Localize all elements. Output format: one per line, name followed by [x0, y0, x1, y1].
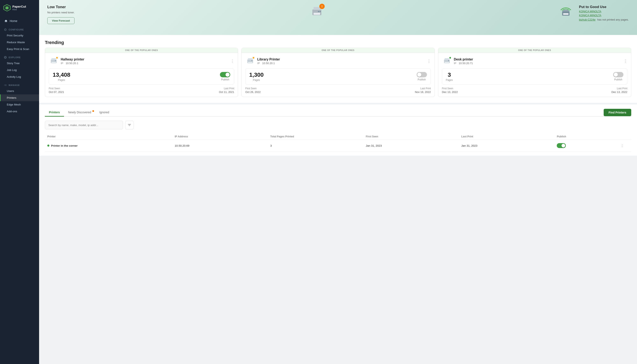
sidebar: PaperCut Hive Home CONFIGURE Print Secur…: [0, 0, 39, 364]
card-menu-library[interactable]: ⋮: [427, 59, 431, 63]
sidebar-item-add-ons[interactable]: Add-ons: [0, 108, 39, 115]
col-actions: [620, 135, 629, 138]
configure-section-icon: [4, 28, 7, 31]
svg-rect-13: [52, 62, 56, 64]
sidebar-item-activity-log[interactable]: Activity Log: [0, 74, 39, 80]
toggle-switch-desk[interactable]: [613, 72, 623, 77]
hero-printer-icon-wrap: !: [310, 5, 323, 19]
col-last-print: Last Print: [461, 135, 557, 138]
card-badge-hallway: ONE OF THE POPULAR ONES: [45, 48, 238, 53]
hero-right-text: Put to Good Use KONICA MINOLTA KONICA MI…: [579, 5, 629, 22]
svg-point-14: [55, 60, 56, 61]
card-stats-library: 1,300 Pages Publish: [245, 68, 431, 84]
sidebar-item-edge-mesh[interactable]: Edge Mesh: [0, 101, 39, 108]
pages-number-library: 1,300: [249, 72, 264, 78]
svg-point-6: [320, 11, 321, 12]
publish-toggle-hallway[interactable]: Publish: [220, 72, 230, 81]
trending-cards: ONE OF THE POPULAR ONES: [39, 48, 637, 103]
card-ip-hallway: IP 10.50.20.1: [61, 62, 84, 65]
filter-button[interactable]: [125, 121, 134, 129]
row-pages-corner: 3: [270, 144, 366, 147]
svg-point-22: [448, 60, 449, 61]
view-forecast-button[interactable]: View Forecast: [47, 17, 75, 24]
publish-label-library: Publish: [418, 78, 426, 81]
col-ip: IP Address: [175, 135, 270, 138]
search-row: [45, 121, 631, 129]
home-icon: [4, 19, 8, 22]
publish-toggle-library[interactable]: Publish: [417, 72, 427, 81]
publish-label-desk: Publish: [614, 78, 622, 81]
last-print-desk: Last Print Dec 13, 2022: [611, 87, 627, 94]
first-seen-hallway: First Seen Oct 07, 2021: [49, 87, 64, 94]
hero-wifi-printer-icon: [559, 5, 572, 19]
sidebar-item-printers[interactable]: Printers: [0, 94, 39, 101]
hero-right-link2[interactable]: KONICA MINOLTA: [579, 14, 601, 17]
svg-rect-10: [563, 13, 568, 15]
col-printer: Printer: [47, 135, 175, 138]
first-seen-library: First Seen Oct 26, 2022: [245, 87, 261, 94]
hero-left: Low Toner No printers need toner. View F…: [47, 5, 75, 24]
hero-right-link3[interactable]: bizhub C224e: [579, 18, 595, 21]
search-input[interactable]: [45, 121, 123, 129]
svg-point-18: [251, 60, 252, 61]
toggle-thumb-hallway: [226, 72, 230, 77]
row-status-dot-corner: [47, 144, 49, 147]
row-menu-corner[interactable]: ⋮: [620, 144, 624, 148]
toggle-switch-hallway[interactable]: [220, 72, 230, 77]
sidebar-item-print-security[interactable]: Print Security: [0, 32, 39, 39]
toggle-corner[interactable]: [557, 143, 566, 148]
tab-ignored[interactable]: Ignored: [95, 108, 113, 116]
hero-right-extra-text: has not printed any pages.: [597, 18, 629, 21]
hero-right-link1[interactable]: KONICA MINOLTA: [579, 10, 601, 13]
sidebar-item-story-tree[interactable]: Story Tree: [0, 60, 39, 67]
status-dot-desk: [449, 56, 451, 59]
pages-number-hallway: 13,408: [53, 72, 70, 78]
toggle-switch-library[interactable]: [417, 72, 427, 77]
col-pages: Total Pages Printed: [270, 135, 366, 138]
pages-number-desk: 3: [446, 72, 453, 78]
col-first-seen: First Seen: [366, 135, 461, 138]
col-publish: Publish: [557, 135, 620, 138]
hero-subtitle: No printers need toner.: [47, 11, 75, 14]
papercut-logo-icon: [3, 4, 11, 12]
publish-toggle-desk[interactable]: Publish: [613, 72, 623, 81]
printer-icon-wrap-library: [245, 56, 255, 66]
status-dot-hallway: [56, 56, 58, 59]
printer-card-desk: ONE OF THE POPULAR ONES: [438, 48, 631, 97]
main-content: Low Toner No printers need toner. View F…: [39, 0, 637, 364]
row-publish-corner[interactable]: [557, 143, 620, 148]
card-body-hallway: Hallway printer IP 10.50.20.1 ⋮: [45, 53, 238, 97]
configure-section-label: CONFIGURE: [0, 25, 39, 32]
sidebar-navigation: Home CONFIGURE Print Security Reduce Was…: [0, 16, 39, 116]
tab-newly-discovered[interactable]: Newly Discovered: [64, 108, 95, 116]
card-menu-hallway[interactable]: ⋮: [230, 59, 234, 63]
card-stats-hallway: 13,408 Pages Publish: [49, 68, 234, 84]
card-menu-desk[interactable]: ⋮: [624, 59, 627, 63]
card-header-row-library: Library Printer IP 10.50.20.1 ⋮: [245, 56, 431, 66]
hero-right-title: Put to Good Use: [579, 5, 606, 9]
table-header: Printer IP Address Total Pages Printed F…: [45, 134, 631, 140]
pages-label-library: Pages: [249, 78, 264, 82]
hero-right-section: Put to Good Use KONICA MINOLTA KONICA MI…: [559, 5, 629, 22]
sidebar-item-home[interactable]: Home: [0, 17, 39, 25]
card-printer-details-desk: Desk printer IP 10.50.20.71: [454, 58, 473, 65]
explore-section-label: EXPLORE: [0, 52, 39, 60]
svg-rect-17: [248, 62, 252, 64]
svg-rect-5: [314, 13, 320, 15]
tab-printers[interactable]: Printers: [45, 108, 64, 116]
find-printers-button[interactable]: Find Printers: [604, 109, 631, 116]
row-printer-name-corner: Printer in the corner: [47, 144, 175, 147]
filter-icon: [128, 123, 131, 127]
svg-rect-20: [445, 58, 449, 60]
content-area: Trending ONE OF THE POPULAR ONES: [39, 35, 637, 156]
row-first-seen-corner: Jan 31, 2023: [366, 144, 461, 147]
sidebar-item-job-log[interactable]: Job Log: [0, 67, 39, 74]
card-badge-library: ONE OF THE POPULAR ONES: [242, 48, 434, 53]
sidebar-item-reduce-waste[interactable]: Reduce Waste: [0, 39, 39, 46]
sidebar-item-users[interactable]: Users: [0, 88, 39, 94]
pages-stat-desk: 3 Pages: [446, 72, 453, 82]
trending-section-header: Trending: [39, 35, 637, 48]
card-header-row-hallway: Hallway printer IP 10.50.20.1 ⋮: [49, 56, 234, 66]
sidebar-item-easy-print-scan[interactable]: Easy Print & Scan: [0, 46, 39, 52]
printer-tabs: Printers Newly Discovered Ignored: [45, 108, 113, 116]
